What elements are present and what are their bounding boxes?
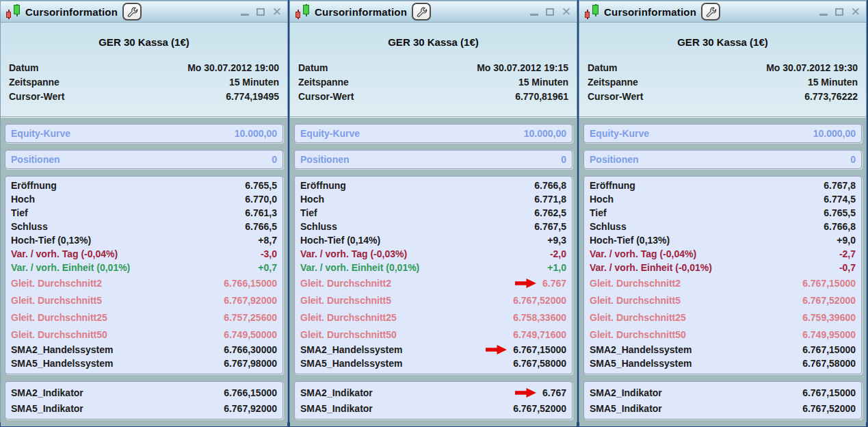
wrench-icon [127,6,138,18]
data-row: Schluss6.766,5 [11,220,277,233]
positions-box[interactable]: Positionen0 [294,150,573,169]
row-label: SMA2_Handelssystem [11,344,113,355]
row-label: Var. / vorh. Einheit (-0,01%) [590,262,712,273]
data-row: Zeitspanne15 Minuten [588,75,858,89]
red-candle-icon [585,12,590,18]
indicator-box: SMA2_Indikator6.767,15000SMA5_Indikator6… [583,381,862,419]
row-label: Hoch [11,194,35,205]
settings-wrench-button[interactable] [701,3,720,21]
data-row: Positionen0 [11,152,277,167]
equity-box[interactable]: Equity-Kurve10.000,00 [294,124,573,143]
row-label: Zeitspanne [298,77,349,88]
row-value: 10.000,00 [524,128,566,139]
row-label: Gleit. Durchschnitt25 [590,312,686,323]
titlebar[interactable]: Cursorinformation ✕ [579,1,866,23]
row-label: Positionen [590,154,639,165]
row-value: 10.000,00 [235,128,277,139]
data-row: SMA5_Handelssystem6.767,58000 [300,357,566,370]
candlestick-icon [5,4,21,19]
price-data-box: Eröffnung6.767,8Hoch6.774,5Tief6.765,5Sc… [583,176,862,374]
data-row: Gleit. Durchschnitt26.766,15000 [11,274,277,292]
row-label: Gleit. Durchschnitt50 [300,329,397,340]
row-value: 6.767,92000 [224,295,277,306]
row-value: +9,3 [547,235,566,246]
settings-wrench-button[interactable] [412,3,431,21]
maximize-button[interactable] [257,8,265,16]
row-value: -2,0 [550,248,566,259]
instrument-title: GER 30 Kassa (1€) [588,36,858,48]
minimize-button[interactable] [819,8,828,16]
data-row: DatumMo 30.07.2012 19:15 [298,60,568,75]
row-label: Schluss [590,221,627,232]
positions-box[interactable]: Positionen0 [5,150,283,169]
data-row: Cursor-Wert6.774,19495 [9,89,279,103]
data-row: Var. / vorh. Tag (-0,04%)-3,0 [11,247,277,261]
close-icon: ✕ [851,6,860,18]
row-label: Hoch-Tief (0,13%) [590,235,670,246]
row-value: +1,0 [547,262,566,273]
row-value: 0 [850,154,856,165]
indicator-box: SMA2_Indikator6.767SMA5_Indikator6.767,5… [294,381,573,419]
minimize-icon [241,14,249,16]
candlestick-icon [584,4,600,19]
highlight-arrow-icon [486,345,507,354]
row-label: Hoch-Tief (0,14%) [300,235,380,246]
minimize-button[interactable] [530,8,538,16]
maximize-button[interactable] [835,8,843,16]
data-row: SMA2_Handelssystem6.766,30000 [11,343,277,357]
row-label: Tief [590,207,607,218]
row-label: Gleit. Durchschnitt2 [300,278,391,289]
cursor-header-section: GER 30 Kassa (1€) DatumMo 30.07.2012 19:… [579,23,866,117]
data-row: Gleit. Durchschnitt506.749,71600 [300,326,566,343]
row-value: 6.757,25600 [224,312,277,323]
row-label: Gleit. Durchschnitt5 [11,295,102,306]
row-value: 6.767,5 [534,221,566,232]
cursor-info-rows: DatumMo 30.07.2012 19:00Zeitspanne15 Min… [9,60,279,103]
cursor-header-section: GER 30 Kassa (1€) DatumMo 30.07.2012 19:… [1,23,287,117]
row-label: Eröffnung [11,180,57,191]
row-label: Hoch [300,194,324,205]
row-label: Var. / vorh. Einheit (0,01%) [300,262,419,273]
row-label: Var. / vorh. Tag (-0,04%) [590,248,696,259]
data-row: Equity-Kurve10.000,00 [300,126,566,141]
cursor-info-rows: DatumMo 30.07.2012 19:30Zeitspanne15 Min… [588,60,858,103]
positions-box[interactable]: Positionen0 [583,150,862,169]
row-value: 6.767,15000 [802,387,856,398]
maximize-button[interactable] [546,8,554,16]
equity-box[interactable]: Equity-Kurve10.000,00 [5,124,283,143]
indicator-box: SMA2_Indikator6.766,15000SMA5_Indikator6… [5,381,283,419]
row-label: SMA5_Handelssystem [590,358,692,369]
row-value: -0,7 [839,262,856,273]
data-row: Positionen0 [590,152,856,167]
row-value: 6.767 [542,278,566,289]
row-label: Datum [9,62,39,73]
data-row: DatumMo 30.07.2012 19:00 [9,60,279,75]
minimize-button[interactable] [241,8,249,16]
titlebar[interactable]: Cursorinformation ✕ [1,1,287,23]
red-candle-icon [295,12,300,18]
data-row: Gleit. Durchschnitt256.759,39600 [590,309,856,326]
equity-box[interactable]: Equity-Kurve10.000,00 [583,124,862,143]
data-row: Gleit. Durchschnitt256.757,25600 [11,309,277,326]
row-label: Equity-Kurve [300,128,360,139]
row-value: 6.767,52000 [513,295,566,306]
row-label: Positionen [11,154,60,165]
data-band: Equity-Kurve10.000,00 Positionen0 Eröffn… [579,117,866,426]
row-value: 6.767,58000 [513,358,566,369]
data-row: SMA5_Indikator6.767,92000 [11,400,277,416]
settings-wrench-button[interactable] [122,3,142,21]
data-row: Schluss6.766,8 [590,220,856,233]
titlebar[interactable]: Cursorinformation ✕ [290,1,577,23]
data-row: Cursor-Wert6.770,81961 [298,89,568,103]
data-row: Tief6.765,5 [590,206,856,220]
close-button[interactable]: ✕ [851,6,860,18]
close-button[interactable]: ✕ [562,6,571,18]
data-row: SMA2_Handelssystem6.767,15000 [590,343,856,357]
row-value: 6.767,15000 [802,278,856,289]
close-button[interactable]: ✕ [272,6,282,18]
window-title: Cursorinformation [604,6,696,18]
data-row: Eröffnung6.766,8 [300,179,566,192]
data-row: DatumMo 30.07.2012 19:30 [588,60,858,75]
row-value: -3,0 [261,248,277,259]
data-row: Zeitspanne15 Minuten [298,75,568,89]
